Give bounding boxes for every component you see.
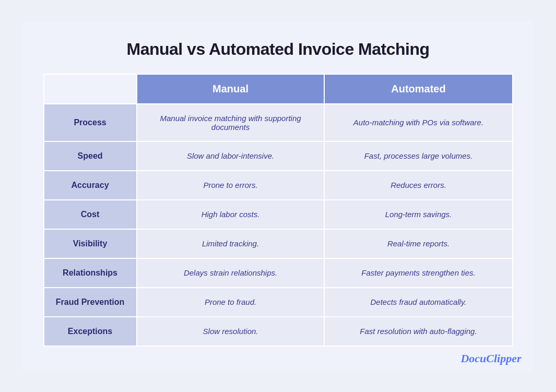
cell-manual: Manual invoice matching with supporting … [137, 104, 325, 141]
comparison-table: Manual Automated ProcessManual invoice m… [43, 74, 513, 347]
header-auto-col: Automated [324, 74, 512, 104]
cell-auto: Reduces errors. [324, 171, 512, 200]
cell-auto: Long-term savings. [324, 200, 512, 229]
logo-part2: Clipper [486, 352, 521, 365]
cell-manual: Prone to fraud. [137, 288, 325, 317]
row-label: Exceptions [44, 317, 137, 346]
cell-manual: Slow and labor-intensive. [137, 141, 325, 171]
cell-auto: Detects fraud automatically. [324, 288, 512, 317]
cell-manual: High labor costs. [137, 200, 325, 229]
cell-auto: Faster payments strengthen ties. [324, 258, 512, 288]
cell-auto: Fast, processes large volumes. [324, 141, 512, 171]
main-container: Manual vs Automated Invoice Matching Man… [22, 21, 534, 372]
table-row: ExceptionsSlow resolution.Fast resolutio… [44, 317, 513, 346]
cell-manual: Delays strain relationships. [137, 258, 325, 288]
table-row: AccuracyProne to errors.Reduces errors. [44, 171, 513, 200]
row-label: Cost [44, 200, 137, 229]
cell-auto: Fast resolution with auto-flagging. [324, 317, 512, 346]
row-label: Visibility [44, 229, 137, 258]
cell-auto: Real-time reports. [324, 229, 512, 258]
header-manual-col: Manual [137, 74, 325, 104]
table-row: CostHigh labor costs.Long-term savings. [44, 200, 513, 229]
row-label: Process [44, 104, 137, 141]
table-row: Fraud PreventionProne to fraud.Detects f… [44, 288, 513, 317]
table-row: VisibilityLimited tracking.Real-time rep… [44, 229, 513, 258]
logo: DocuClipper [460, 352, 521, 365]
cell-auto: Auto-matching with POs via software. [324, 104, 512, 141]
row-label: Accuracy [44, 171, 137, 200]
logo-part1: Docu [460, 352, 486, 365]
row-label: Relationships [44, 258, 137, 288]
table-row: SpeedSlow and labor-intensive.Fast, proc… [44, 141, 513, 171]
row-label: Fraud Prevention [44, 288, 137, 317]
cell-manual: Slow resolution. [137, 317, 325, 346]
table-row: RelationshipsDelays strain relationships… [44, 258, 513, 288]
row-label: Speed [44, 141, 137, 171]
cell-manual: Limited tracking. [137, 229, 325, 258]
page-title: Manual vs Automated Invoice Matching [43, 40, 513, 59]
header-label-col [44, 74, 137, 104]
cell-manual: Prone to errors. [137, 171, 325, 200]
table-row: ProcessManual invoice matching with supp… [44, 104, 513, 141]
